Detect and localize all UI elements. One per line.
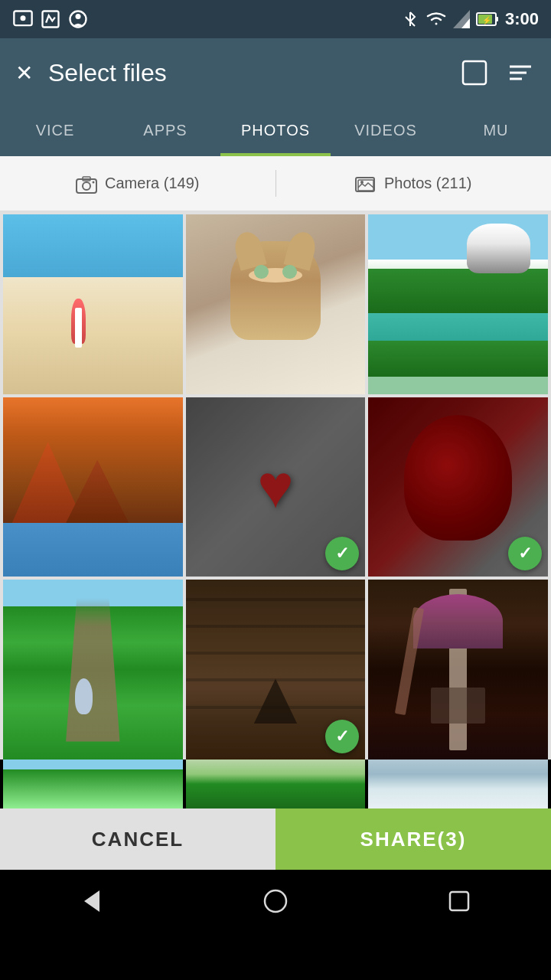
recents-button[interactable] xyxy=(445,886,473,916)
bluetooth-icon xyxy=(401,10,419,28)
photo-beach[interactable] xyxy=(3,214,183,394)
tab-videos[interactable]: VIDEOS xyxy=(331,107,441,156)
home-button[interactable] xyxy=(262,886,289,916)
battery-icon: ⚡ xyxy=(476,10,499,28)
photo-umbrella[interactable] xyxy=(368,580,548,760)
tab-photos[interactable]: PHOTOS xyxy=(220,107,331,156)
svg-point-18 xyxy=(93,181,95,184)
svg-point-23 xyxy=(265,890,286,912)
tab-music[interactable]: MU xyxy=(441,107,551,156)
photo-wood-selected[interactable]: ✓ xyxy=(186,580,366,760)
svg-text:⚡: ⚡ xyxy=(482,15,492,25)
nav-bar xyxy=(0,870,551,931)
back-button[interactable] xyxy=(78,886,106,916)
photo-grass[interactable] xyxy=(3,760,183,808)
camera-album[interactable]: Camera (149) xyxy=(0,156,276,211)
photo-winter-trees[interactable] xyxy=(368,760,548,808)
photos-album[interactable]: Photos (211) xyxy=(276,156,552,211)
photo-heart-selected[interactable]: ♥ ✓ xyxy=(186,397,366,577)
photo-path[interactable] xyxy=(3,580,183,760)
cancel-button[interactable]: CANCEL xyxy=(0,808,276,870)
svg-point-4 xyxy=(76,14,81,19)
share-button[interactable]: SHARE(3) xyxy=(276,808,551,870)
svg-rect-9 xyxy=(496,17,498,21)
app-icon-1 xyxy=(12,8,34,30)
header: ✕ Select files xyxy=(0,38,551,107)
photos-album-label: Photos (211) xyxy=(384,175,472,192)
svg-point-1 xyxy=(21,15,26,21)
tab-apps[interactable]: APPS xyxy=(110,107,220,156)
select-all-icon[interactable] xyxy=(459,57,490,88)
svg-point-21 xyxy=(360,181,364,184)
photo-trees-park[interactable] xyxy=(186,760,366,808)
app-icon-3 xyxy=(67,8,89,30)
album-selector: Camera (149) Photos (211) xyxy=(0,156,551,211)
photos-icon xyxy=(355,173,377,194)
sort-icon[interactable] xyxy=(505,57,536,88)
camera-icon xyxy=(76,173,97,194)
photo-grid: ♥ ✓ ✓ xyxy=(0,211,551,760)
photo-desert-mountains[interactable] xyxy=(3,397,183,577)
svg-marker-22 xyxy=(84,890,99,912)
bottom-buttons: CANCEL SHARE(3) xyxy=(0,808,551,870)
photo-grid-partial xyxy=(0,760,551,808)
time-display: 3:00 xyxy=(505,9,539,29)
wifi-icon xyxy=(425,10,447,28)
page-title: Select files xyxy=(48,59,444,87)
app-icon-2 xyxy=(40,8,61,30)
photo-mountain-lake[interactable] xyxy=(368,214,548,394)
svg-rect-24 xyxy=(450,892,468,910)
camera-album-label: Camera (149) xyxy=(105,175,199,192)
signal-icon xyxy=(453,10,470,28)
svg-point-16 xyxy=(83,182,90,190)
tabs-bar: VICE APPS PHOTOS VIDEOS MU xyxy=(0,107,551,156)
photo-bouquet-selected[interactable]: ✓ xyxy=(368,397,548,577)
tab-device[interactable]: VICE xyxy=(0,107,110,156)
photo-cat[interactable] xyxy=(186,214,366,394)
close-button[interactable]: ✕ xyxy=(15,60,33,86)
status-right: ⚡ 3:00 xyxy=(401,9,539,29)
status-icons xyxy=(12,8,89,30)
svg-rect-11 xyxy=(463,61,486,84)
status-bar: ⚡ 3:00 xyxy=(0,0,551,38)
